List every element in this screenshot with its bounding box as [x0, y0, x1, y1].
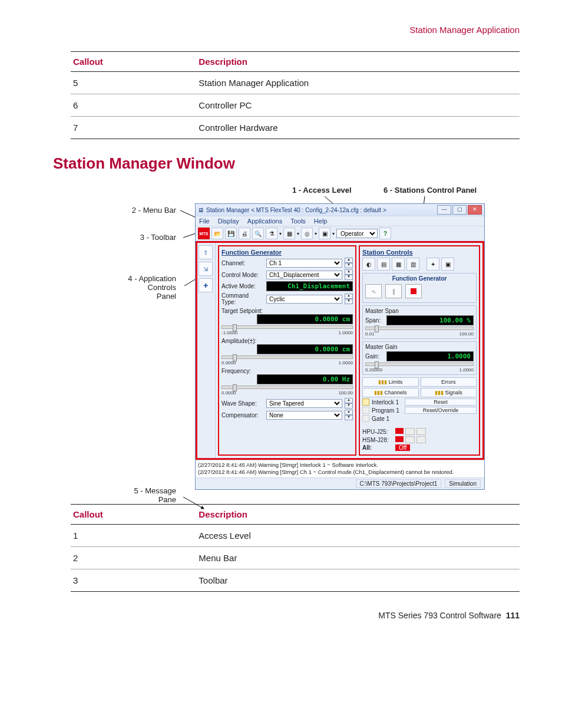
mts-logo-icon: MTS: [198, 228, 210, 239]
amplitude-slider[interactable]: [222, 355, 353, 359]
application-controls-panel: ⇪ ⇲ ✚: [197, 243, 216, 458]
limits-button[interactable]: ▮▮▮ Limits: [362, 377, 418, 387]
sc-icon-4[interactable]: ▥: [406, 258, 419, 271]
pause-button[interactable]: ‖: [385, 284, 402, 298]
gain-display: 1.0000: [386, 351, 474, 361]
sc-icon-1[interactable]: ◐: [362, 258, 375, 271]
hsm-controls[interactable]: [395, 436, 426, 443]
table-row: 3Toolbar: [71, 569, 520, 591]
all-off-indicator: Off: [395, 444, 410, 451]
hpu-controls[interactable]: [395, 428, 426, 435]
access-level-select[interactable]: Operator: [336, 229, 378, 238]
master-gain-label: Master Gain: [365, 344, 474, 350]
dropdown-icon[interactable]: ▾: [332, 231, 335, 236]
print-icon[interactable]: 🖨: [239, 228, 250, 239]
control-mode-select[interactable]: Ch1_Displacement: [266, 271, 342, 279]
message-pane: (2/27/2012 8:41:45 AM) Warning [Stmgr] I…: [196, 460, 484, 477]
dropdown-icon[interactable]: ▾: [279, 231, 282, 236]
wave-shape-select[interactable]: Sine Tapered: [266, 399, 342, 408]
station-manager-window: 🖥Station Manager < MTS FlexTest 40 : Con…: [195, 203, 485, 490]
callout-4: 4 - Application Controls Panel: [100, 274, 176, 301]
status-mode: Simulation: [445, 479, 481, 488]
signals-button[interactable]: ▮▮▮ Signals: [421, 388, 477, 397]
target-slider[interactable]: [222, 325, 353, 329]
active-mode-display: Ch1_Displacement: [266, 281, 353, 291]
toolbar: MTS 📂 💾 🖨 🔍 ⚗ ▾ ▦ ▾ ◎ ▾ ▣ ▾ Operator ?: [196, 226, 484, 241]
table-row: 5Station Manager Application: [71, 72, 520, 94]
gate-indicator: [362, 415, 369, 422]
menu-display[interactable]: Display: [218, 218, 239, 225]
errors-button[interactable]: Errors: [421, 377, 477, 387]
callout-1: 1 - Access Level: [292, 186, 352, 195]
reset-button[interactable]: Reset: [405, 398, 477, 406]
maximize-button[interactable]: ▢: [452, 205, 467, 215]
spinner[interactable]: ▲▼: [345, 258, 353, 268]
spinner[interactable]: ▲▼: [345, 269, 353, 280]
tool2-icon[interactable]: ▦: [283, 228, 295, 239]
command-type-select[interactable]: Cyclic: [266, 295, 342, 304]
tool4-icon[interactable]: ▣: [319, 228, 330, 239]
col-description: Description: [196, 504, 520, 524]
sc-icon-5[interactable]: ✦: [427, 258, 439, 271]
open-icon[interactable]: 📂: [211, 228, 223, 239]
sc-icon-3[interactable]: ▦: [392, 258, 405, 271]
help-icon[interactable]: ?: [379, 228, 391, 239]
message-line: (2/27/2012 8:41:46 AM) Warning [Stmgr] C…: [198, 469, 482, 476]
menu-tools[interactable]: Tools: [290, 218, 306, 225]
spinner[interactable]: ▲▼: [345, 294, 353, 304]
table-row: 1Access Level: [71, 524, 520, 546]
interlock-indicator: [362, 398, 369, 406]
callout-table-2: Callout Description 1Access Level 2Menu …: [71, 504, 520, 592]
table-row: 7Controller Hardware: [71, 117, 520, 139]
span-slider[interactable]: [365, 327, 474, 330]
page-header: Station Manager Application: [71, 25, 520, 35]
menu-bar: File Display Applications Tools Help: [196, 216, 484, 226]
panel-btn-2-icon[interactable]: ⇲: [199, 262, 213, 276]
tool3-icon[interactable]: ◎: [301, 228, 313, 239]
spinner[interactable]: ▲▼: [345, 410, 353, 420]
callout-3: 3 - Toolbar: [100, 233, 176, 242]
menu-help[interactable]: Help: [314, 218, 328, 225]
panel-btn-3-icon[interactable]: ✚: [199, 278, 213, 292]
table-row: 6Controller PC: [71, 94, 520, 117]
reset-override-button[interactable]: Reset/Override: [405, 407, 477, 414]
sc-icon-6[interactable]: ▣: [441, 258, 454, 271]
callout-table-1: Callout Description 5Station Manager App…: [71, 51, 520, 139]
spinner[interactable]: ▲▼: [345, 398, 353, 409]
gain-slider[interactable]: [365, 363, 474, 366]
master-span-label: Master Span: [365, 308, 474, 314]
menu-file[interactable]: File: [199, 218, 210, 225]
minimize-button[interactable]: —: [437, 205, 451, 215]
titlebar: 🖥Station Manager < MTS FlexTest 40 : Con…: [196, 204, 484, 216]
dropdown-icon[interactable]: ▾: [315, 231, 317, 236]
fg-title: Function Generator: [222, 249, 353, 256]
span-display: 100.00 %: [386, 315, 474, 325]
panel-btn-1-icon[interactable]: ⇪: [199, 245, 213, 259]
page-footer: MTS Series 793 Control Software 111: [71, 611, 520, 620]
callout-5: 5 - Message Pane: [100, 486, 176, 504]
play-button[interactable]: ∿: [365, 284, 382, 298]
sc-icon-2[interactable]: ▤: [377, 258, 390, 271]
save-icon[interactable]: 💾: [225, 228, 237, 239]
message-line: (2/27/2012 8:41:45 AM) Warning [Stmgr] I…: [198, 462, 482, 469]
stop-button[interactable]: [405, 284, 422, 298]
table-row: 2Menu Bar: [71, 546, 520, 569]
channels-button[interactable]: ▮▮▮ Channels: [362, 388, 418, 397]
station-controls-panel: Station Controls ◐ ▤ ▦ ▥ ✦ ▣ Function Ge…: [359, 245, 480, 456]
compensator-select[interactable]: None: [266, 411, 342, 420]
status-bar: C:\MTS 793\Projects\Project1 Simulation: [196, 477, 484, 489]
section-heading: Station Manager Window: [53, 154, 520, 173]
target-setpoint-display: 0.0000 cm: [257, 314, 353, 324]
menu-applications[interactable]: Applications: [247, 218, 282, 225]
channel-select[interactable]: Ch 1: [266, 259, 342, 268]
close-button[interactable]: ✕: [468, 205, 482, 215]
col-callout: Callout: [71, 504, 196, 524]
tool-icon[interactable]: ⚗: [266, 228, 277, 239]
preview-icon[interactable]: 🔍: [252, 228, 264, 239]
dropdown-icon[interactable]: ▾: [297, 231, 299, 236]
main-outline: ⇪ ⇲ ✚ Function Generator Channel:Ch 1▲▼ …: [196, 241, 484, 460]
col-callout: Callout: [71, 52, 196, 72]
frequency-slider[interactable]: [222, 386, 353, 389]
page-number: 111: [506, 611, 520, 620]
callout-6: 6 - Stations Control Panel: [384, 186, 477, 195]
